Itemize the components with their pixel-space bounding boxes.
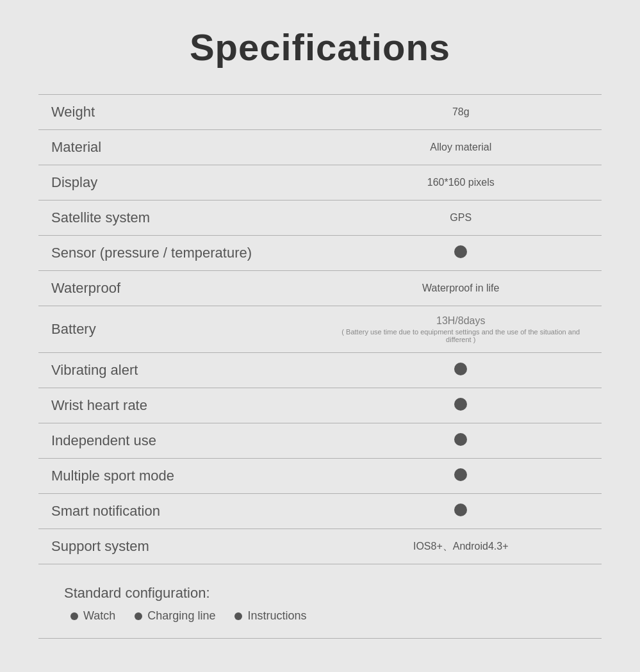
spec-label: Support system: [38, 529, 320, 564]
config-item: Charging line: [135, 609, 215, 623]
spec-label: Waterproof: [38, 271, 320, 306]
table-row: Vibrating alert: [38, 353, 602, 388]
page-container: Specifications Weight78gMaterialAlloy ma…: [0, 0, 640, 672]
spec-value: [320, 236, 602, 271]
page-title: Specifications: [38, 26, 602, 69]
standard-config-row: Standard configuration:WatchCharging lin…: [38, 564, 602, 639]
table-row: WaterproofWaterproof in life: [38, 271, 602, 306]
config-item-label: Instructions: [247, 609, 306, 623]
table-row: Independent use: [38, 423, 602, 459]
table-row: Wrist heart rate: [38, 388, 602, 423]
table-row: Weight78g: [38, 95, 602, 130]
config-item-label: Charging line: [147, 609, 215, 623]
spec-label: Vibrating alert: [38, 353, 320, 388]
spec-label: Multiple sport mode: [38, 459, 320, 494]
spec-label: Weight: [38, 95, 320, 130]
spec-value: [320, 353, 602, 388]
table-row: Satellite systemGPS: [38, 201, 602, 236]
spec-value: 13H/8days( Battery use time due to equip…: [320, 306, 602, 353]
dot-icon: [454, 363, 467, 375]
standard-config-items: WatchCharging lineInstructions: [64, 609, 576, 623]
spec-label: Display: [38, 165, 320, 201]
spec-label: Independent use: [38, 423, 320, 459]
dot-icon: [454, 398, 467, 411]
battery-note: ( Battery use time due to equipment sett…: [333, 328, 589, 343]
spec-label: Wrist heart rate: [38, 388, 320, 423]
table-row: Smart notification: [38, 494, 602, 529]
config-item: Watch: [70, 609, 115, 623]
battery-value: 13H/8days( Battery use time due to equip…: [333, 315, 589, 343]
specs-table: Weight78gMaterialAlloy materialDisplay16…: [38, 94, 602, 639]
spec-value: [320, 423, 602, 459]
dot-icon: [454, 433, 467, 446]
dot-icon: [454, 504, 467, 516]
table-row: Display160*160 pixels: [38, 165, 602, 201]
spec-value: Waterproof in life: [320, 271, 602, 306]
spec-value: [320, 459, 602, 494]
spec-label: Material: [38, 130, 320, 165]
table-row: MaterialAlloy material: [38, 130, 602, 165]
table-row: Multiple sport mode: [38, 459, 602, 494]
spec-label: Satellite system: [38, 201, 320, 236]
spec-value: GPS: [320, 201, 602, 236]
config-item-label: Watch: [83, 609, 115, 623]
dot-icon: [454, 245, 467, 258]
spec-value: [320, 388, 602, 423]
standard-config-cell: Standard configuration:WatchCharging lin…: [38, 564, 602, 639]
spec-value: 78g: [320, 95, 602, 130]
spec-value: Alloy material: [320, 130, 602, 165]
table-row: Support systemIOS8+、Android4.3+: [38, 529, 602, 564]
spec-label: Battery: [38, 306, 320, 353]
dot-icon: [454, 468, 467, 481]
spec-value: 160*160 pixels: [320, 165, 602, 201]
config-bullet-icon: [234, 612, 242, 620]
spec-label: Smart notification: [38, 494, 320, 529]
table-row: Sensor (pressure / temperature): [38, 236, 602, 271]
config-bullet-icon: [70, 612, 78, 620]
config-bullet-icon: [135, 612, 142, 620]
config-item: Instructions: [234, 609, 306, 623]
spec-label: Sensor (pressure / temperature): [38, 236, 320, 271]
spec-value: [320, 494, 602, 529]
spec-value: IOS8+、Android4.3+: [320, 529, 602, 564]
battery-main-value: 13H/8days: [333, 315, 589, 327]
table-row: Battery13H/8days( Battery use time due t…: [38, 306, 602, 353]
standard-config-title: Standard configuration:: [64, 585, 576, 602]
